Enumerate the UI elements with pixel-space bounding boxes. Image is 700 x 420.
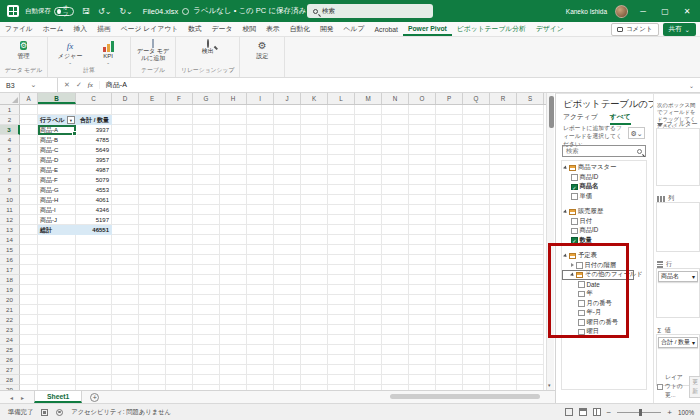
pivot-row-label-cell[interactable]: 商品-G [38, 185, 76, 195]
ribbon-button-管理[interactable]: ⚙管理 [7, 39, 41, 65]
redo-icon[interactable]: ↻⌄ [119, 7, 132, 16]
ribbon-tab-デザイン[interactable]: デザイン [531, 22, 569, 36]
pivot-row-label-header[interactable]: 行ラベル▾ [38, 115, 76, 125]
ribbon-tab-データ[interactable]: データ [207, 22, 238, 36]
row-header-7[interactable]: 7 [0, 165, 20, 175]
vertical-scrollbar-thumb[interactable] [549, 96, 554, 128]
ribbon-button-データ モデルに追加[interactable]: データ モデルに追加 [136, 39, 170, 65]
columns-area[interactable] [656, 202, 700, 252]
field-checkbox[interactable] [571, 174, 578, 181]
page-layout-view-icon[interactable] [579, 408, 587, 416]
row-header-11[interactable]: 11 [0, 205, 20, 215]
pivot-value-header[interactable]: 合計 / 数量 [76, 115, 112, 125]
row-header-13[interactable]: 13 [0, 225, 20, 235]
ribbon-tab-挿入[interactable]: 挿入 [69, 22, 93, 36]
ribbon-tab-Acrobat[interactable]: Acrobat [369, 22, 402, 36]
pivot-value-cell[interactable]: 4987 [76, 165, 112, 175]
share-button[interactable]: 共有⌄ [663, 23, 696, 36]
row-header-5[interactable]: 5 [0, 145, 20, 155]
pivot-row-label-cell[interactable]: 商品-J [38, 215, 76, 225]
sheet-nav-right-icon[interactable]: ▸ [21, 394, 24, 401]
column-header-S[interactable]: S [517, 93, 544, 104]
zoom-slider-thumb[interactable] [639, 409, 642, 416]
row-header-25[interactable]: 25 [0, 345, 20, 355]
row-header-24[interactable]: 24 [0, 335, 20, 345]
pivot-row-label-cell[interactable]: 商品-H [38, 195, 76, 205]
row-header-27[interactable]: 27 [0, 365, 20, 375]
area-field-chip-合計 / 数量[interactable]: 合計 / 数量▾ [658, 337, 698, 348]
pivot-value-cell[interactable]: 3937 [76, 125, 112, 135]
tab-active-fields[interactable]: アクティブ [563, 112, 598, 125]
pivot-value-cell[interactable]: 5079 [76, 175, 112, 185]
pivot-total-value[interactable]: 46551 [76, 225, 112, 235]
column-header-R[interactable]: R [490, 93, 517, 104]
pivot-row-label-cell[interactable]: 商品-E [38, 165, 76, 175]
column-header-H[interactable]: H [220, 93, 247, 104]
row-header-12[interactable]: 12 [0, 215, 20, 225]
ribbon-tab-表示[interactable]: 表示 [261, 22, 285, 36]
column-header-J[interactable]: J [274, 93, 301, 104]
autosave-control[interactable]: 自動保存 オフ [25, 7, 74, 16]
maximize-button[interactable]: ▢ [658, 7, 672, 16]
tools-gear-button[interactable]: ⚙⌄ [628, 127, 645, 139]
zoom-out-icon[interactable]: − [607, 408, 612, 417]
page-break-view-icon[interactable] [593, 408, 601, 416]
pivot-value-cell[interactable]: 5197 [76, 215, 112, 225]
formulabar-expand-icon[interactable]: ⌄ [689, 82, 694, 89]
ribbon-tab-校閲[interactable]: 校閲 [237, 22, 261, 36]
ribbon-tab-ホーム[interactable]: ホーム [38, 22, 69, 36]
defer-layout-checkbox[interactable] [657, 384, 663, 390]
pivot-value-cell[interactable]: 4553 [76, 185, 112, 195]
row-header-16[interactable]: 16 [0, 255, 20, 265]
row-header-26[interactable]: 26 [0, 355, 20, 365]
pivot-value-cell[interactable]: 5649 [76, 145, 112, 155]
column-header-D[interactable]: D [112, 93, 139, 104]
column-header-E[interactable]: E [139, 93, 166, 104]
row-header-21[interactable]: 21 [0, 305, 20, 315]
field-checkbox[interactable] [571, 193, 578, 200]
select-all-corner[interactable] [0, 93, 20, 104]
row-header-10[interactable]: 10 [0, 195, 20, 205]
pivot-value-cell[interactable]: 3957 [76, 155, 112, 165]
excel-app-icon[interactable] [7, 5, 19, 17]
column-header-O[interactable]: O [409, 93, 436, 104]
column-header-N[interactable]: N [382, 93, 409, 104]
cancel-entry-icon[interactable]: ✕ [64, 81, 70, 89]
pivot-row-label-cell[interactable]: 商品-B [38, 135, 76, 145]
column-header-B[interactable]: B [38, 93, 76, 104]
document-title[interactable]: File04.xlsx ラベルなし • この PC に保存済み ⌄ [143, 6, 316, 16]
row-header-20[interactable]: 20 [0, 295, 20, 305]
column-header-A[interactable]: A [20, 93, 38, 104]
new-sheet-button[interactable]: + [90, 393, 99, 402]
ribbon-tab-ファイル[interactable]: ファイル [0, 22, 38, 36]
pivot-total-label[interactable]: 総計 [38, 225, 76, 235]
field-checkbox[interactable] [571, 228, 578, 235]
sheet-tab-sheet1[interactable]: Sheet1 [34, 391, 82, 403]
field-table-販売履歴[interactable]: 販売履歴 [562, 207, 646, 217]
field-checkbox[interactable]: ✓ [571, 184, 578, 191]
ribbon-button-検出[interactable]: 検出 [191, 39, 225, 65]
row-header-14[interactable]: 14 [0, 235, 20, 245]
avatar[interactable] [615, 5, 628, 18]
row-header-18[interactable]: 18 [0, 275, 20, 285]
row-header-19[interactable]: 19 [0, 285, 20, 295]
row-header-17[interactable]: 17 [0, 265, 20, 275]
ribbon-button-KPI[interactable]: KPI⌄ [91, 39, 125, 65]
comments-button[interactable]: コメント [611, 23, 659, 36]
expand-triangle-icon[interactable] [563, 209, 568, 214]
macro-record-icon[interactable] [41, 409, 48, 416]
confirm-entry-icon[interactable]: ✓ [76, 81, 82, 89]
pivot-row-label-cell[interactable]: 商品-F [38, 175, 76, 185]
area-field-chip-商品名[interactable]: 商品名▾ [658, 271, 698, 282]
pivot-value-cell[interactable]: 4061 [76, 195, 112, 205]
column-header-C[interactable]: C [76, 93, 112, 104]
scroll-down-icon[interactable]: ▾ [548, 382, 551, 388]
field-checkbox[interactable] [571, 218, 578, 225]
ribbon-tab-ページ レイアウト[interactable]: ページ レイアウト [116, 22, 183, 36]
row-header-9[interactable]: 9 [0, 185, 20, 195]
filters-area[interactable] [656, 128, 700, 186]
normal-view-icon[interactable] [565, 408, 573, 416]
row-header-15[interactable]: 15 [0, 245, 20, 255]
autosave-toggle[interactable]: オフ [54, 7, 74, 16]
ribbon-button-設定[interactable]: ⚙設定 [245, 39, 279, 74]
